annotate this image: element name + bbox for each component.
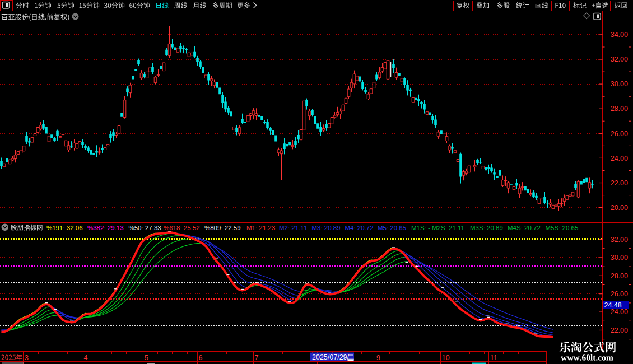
svg-text:30.00: 30.00 <box>611 254 628 262</box>
svg-text:M4: 20.72: M4: 20.72 <box>345 225 374 231</box>
svg-text:28.00: 28.00 <box>611 105 628 113</box>
svg-text:M1S: -: M1S: - <box>411 225 430 231</box>
svg-text:2025/07/29/: 2025/07/29/ <box>312 353 350 361</box>
svg-text:%50: 27.33: %50: 27.33 <box>129 225 161 231</box>
svg-text:26.00: 26.00 <box>611 130 628 138</box>
svg-text:30.00: 30.00 <box>611 80 628 88</box>
svg-text:M5: 20.65: M5: 20.65 <box>378 225 406 231</box>
svg-text:24.00: 24.00 <box>611 155 628 162</box>
svg-text:28.00: 28.00 <box>611 272 628 280</box>
svg-text:M4S: 20.72: M4S: 20.72 <box>508 225 541 231</box>
svg-text:22.00: 22.00 <box>611 326 628 334</box>
svg-text:%809: 22.59: %809: 22.59 <box>204 225 241 231</box>
svg-text:%191: 32.06: %191: 32.06 <box>46 225 83 231</box>
svg-text:M5S: 20.65: M5S: 20.65 <box>546 225 579 231</box>
svg-text:32.00: 32.00 <box>611 55 628 63</box>
svg-text:9: 9 <box>376 354 380 362</box>
svg-text:M1: 21.23: M1: 21.23 <box>246 225 275 231</box>
svg-text:M3S: 20.89: M3S: 20.89 <box>470 225 503 231</box>
svg-text:20.00: 20.00 <box>611 204 628 212</box>
svg-text:%382: 29.13: %382: 29.13 <box>87 225 124 231</box>
svg-text:34.00: 34.00 <box>611 31 628 39</box>
svg-text:10: 10 <box>442 354 450 362</box>
svg-text:M2S: 21.11: M2S: 21.11 <box>432 225 464 231</box>
svg-text:%618: 25.52: %618: 25.52 <box>164 225 200 231</box>
svg-text:24.00: 24.00 <box>611 308 628 316</box>
svg-text:3: 3 <box>25 354 29 362</box>
svg-text:7: 7 <box>255 354 259 362</box>
svg-text:6: 6 <box>199 354 203 362</box>
svg-text:M2: 21.11: M2: 21.11 <box>279 225 307 231</box>
svg-text:26.00: 26.00 <box>611 290 628 298</box>
svg-text:11: 11 <box>490 354 497 362</box>
svg-text:22.00: 22.00 <box>611 179 628 187</box>
svg-text:4: 4 <box>84 354 88 362</box>
svg-text:M3: 20.89: M3: 20.89 <box>312 225 341 231</box>
svg-text:5: 5 <box>145 354 148 362</box>
svg-text:24.48: 24.48 <box>604 301 622 309</box>
svg-text:32.00: 32.00 <box>611 236 628 244</box>
